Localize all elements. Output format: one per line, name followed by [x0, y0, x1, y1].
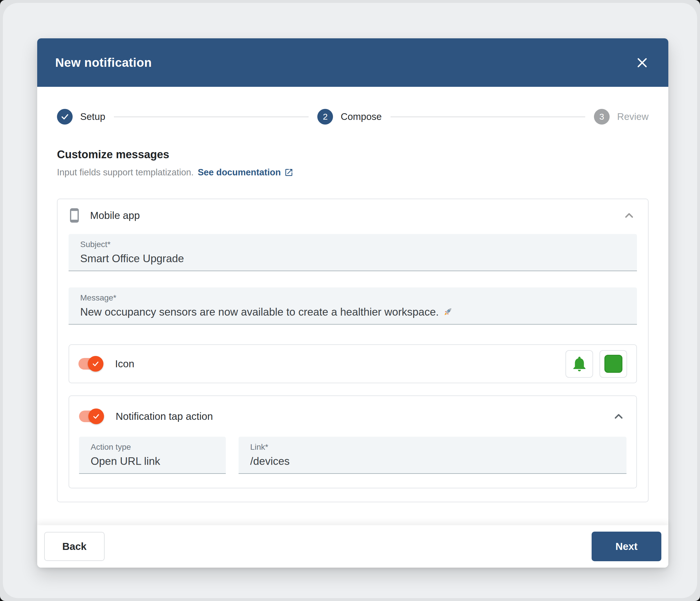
collapse-card-button[interactable] — [621, 208, 637, 223]
notification-icon-button[interactable] — [566, 350, 593, 378]
mobile-app-title: Mobile app — [90, 210, 140, 221]
chevron-up-icon — [623, 209, 635, 222]
step-setup-circle — [57, 109, 73, 125]
tap-action-toggle-thumb — [88, 409, 104, 424]
see-documentation-link[interactable]: See documentation — [198, 167, 294, 178]
modal-footer: Back Next — [37, 525, 668, 568]
see-documentation-label: See documentation — [198, 167, 281, 178]
external-link-icon — [284, 168, 294, 177]
message-field[interactable]: Message* New occupancy sensors are now a… — [69, 287, 637, 324]
section-subtitle: Input fields support templatization. See… — [57, 167, 649, 178]
action-type-value: Open URL link — [91, 455, 226, 467]
step-review[interactable]: 3 Review — [594, 109, 649, 125]
step-review-label: Review — [617, 111, 649, 122]
tap-action-toggle[interactable] — [79, 411, 103, 422]
message-label: Message* — [80, 293, 637, 303]
close-icon — [635, 56, 649, 70]
stepper: Setup 2 Compose 3 Review — [57, 109, 649, 125]
action-type-select[interactable]: Action type Open URL link — [79, 437, 226, 474]
app-surface: New notification Setup — [3, 3, 697, 598]
tap-action-fields: Action type Open URL link Link* /devices — [79, 437, 626, 474]
stepper-connector — [114, 116, 308, 117]
rocket-emoji — [442, 306, 453, 318]
link-label: Link* — [250, 442, 626, 452]
bell-icon — [570, 355, 589, 373]
step-setup-label: Setup — [80, 111, 105, 122]
step-compose-circle: 2 — [317, 109, 333, 125]
icon-color-button[interactable] — [599, 350, 627, 378]
tap-action-row: Notification tap action Action type Open… — [69, 395, 637, 488]
close-button[interactable] — [634, 55, 650, 71]
action-type-label: Action type — [91, 442, 226, 452]
modal-header: New notification — [37, 38, 668, 87]
step-compose[interactable]: 2 Compose — [317, 109, 381, 125]
check-icon — [92, 412, 100, 420]
desktop-background: New notification Setup — [0, 0, 700, 601]
subject-value: Smart Office Upgrade — [80, 253, 637, 265]
check-icon — [60, 112, 69, 121]
collapse-tap-action-button[interactable] — [611, 409, 626, 424]
icon-toggle[interactable] — [78, 358, 102, 370]
icon-row-label: Icon — [115, 358, 134, 370]
section-heading-block: Customize messages Input fields support … — [57, 148, 649, 178]
smartphone-icon — [69, 208, 80, 223]
step-setup[interactable]: Setup — [57, 109, 105, 125]
modal-body: Setup 2 Compose 3 Review Customize messa… — [37, 109, 668, 502]
check-icon — [92, 360, 100, 368]
link-value: /devices — [250, 455, 626, 467]
subtitle-text: Input fields support templatization. — [57, 167, 194, 178]
modal-title: New notification — [55, 56, 152, 70]
message-value: New occupancy sensors are now available … — [80, 306, 637, 318]
new-notification-modal: New notification Setup — [37, 38, 668, 568]
subject-label: Subject* — [80, 240, 637, 249]
link-field[interactable]: Link* /devices — [239, 437, 626, 474]
next-button[interactable]: Next — [592, 531, 661, 561]
tap-action-header: Notification tap action — [79, 396, 626, 437]
stepper-connector — [391, 116, 585, 117]
step-review-circle: 3 — [594, 109, 610, 125]
back-button[interactable]: Back — [44, 532, 105, 561]
page-title: Customize messages — [57, 148, 649, 161]
mobile-app-card-header: Mobile app — [69, 199, 637, 232]
tap-action-label: Notification tap action — [116, 411, 213, 422]
color-swatch — [604, 355, 622, 373]
step-compose-label: Compose — [341, 111, 381, 122]
chevron-up-icon — [612, 410, 625, 423]
icon-option-row: Icon — [69, 344, 637, 383]
icon-toggle-thumb — [88, 356, 103, 372]
message-text: New occupancy sensors are now available … — [80, 306, 439, 318]
subject-field[interactable]: Subject* Smart Office Upgrade — [69, 234, 637, 271]
mobile-app-card: Mobile app Subject* Smart Office Upgrade… — [57, 199, 649, 502]
